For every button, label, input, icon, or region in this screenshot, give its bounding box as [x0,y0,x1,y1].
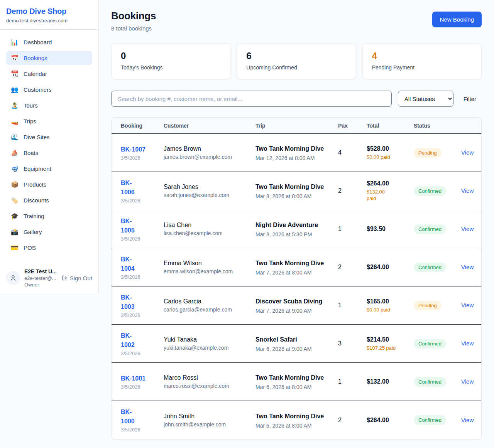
sign-out-icon [61,275,68,281]
pax-cell: 4 [338,149,367,156]
shop-name-link[interactable]: Demo Dive Shop [6,7,92,16]
customer-email: sarah.jones@example.com [164,192,251,198]
search-input[interactable] [111,91,392,107]
page-header: Bookings 8 total bookings New Booking [111,10,482,32]
nav-icon: 🎓 [11,213,19,219]
booking-date: 3/5/2026 [121,312,159,318]
booking-date: 3/5/2026 [121,274,159,280]
sidebar-item-label: Boats [24,150,38,156]
bookings-table: Booking Customer Trip Pax Total Status B… [111,117,482,440]
trip-name: Two Tank Morning Dive [255,259,333,268]
customer-name: John Smith [164,413,251,420]
stat-value: 4 [372,51,472,61]
booking-cell: BK-1007 3/5/2026 [121,145,164,161]
status-cell: Confirmed [414,263,461,272]
view-link[interactable]: View [461,226,474,232]
view-link[interactable]: View [461,302,474,308]
booking-id-link[interactable]: BK-1005 [121,217,139,235]
new-booking-button[interactable]: New Booking [432,12,482,27]
status-badge: Confirmed [414,377,446,387]
booking-date: 3/5/2026 [121,236,159,242]
total-amount: $93.50 [367,226,409,232]
trip-cell: Two Tank Morning Dive Mar 6, 2026 at 8:0… [255,412,338,429]
sidebar-item-calendar[interactable]: 📆 Calendar [6,67,92,81]
nav-icon: ⛵ [11,150,19,156]
actions-cell: View [461,340,478,347]
sidebar-item-label: Products [24,181,46,188]
trip-cell: Two Tank Morning Dive Mar 8, 2026 at 8:0… [255,182,338,199]
customer-email: lisa.chen@example.com [164,230,251,236]
booking-id-link[interactable]: BK-1007 [121,145,145,154]
sidebar-item-tours[interactable]: 🏝️ Tours [6,98,92,113]
sidebar-item-gallery[interactable]: 📸 Gallery [6,225,92,239]
sidebar-item-equipment[interactable]: 🤿 Equipment [6,162,92,176]
customer-email: james.brown@example.com [164,154,251,160]
booking-date: 3/5/2026 [121,350,159,356]
sidebar-item-pos[interactable]: 💳 POS [6,241,92,255]
sidebar-item-dashboard[interactable]: 📊 Dashboard [6,35,92,49]
view-link[interactable]: View [461,187,474,194]
sign-out-label: Sign Out [70,275,92,281]
nav-icon: 📆 [11,71,19,77]
nav-icon: 🤿 [11,166,19,172]
sidebar-item-label: Calendar [24,71,47,77]
filter-button[interactable]: Filter [460,96,482,102]
actions-cell: View [461,417,478,424]
pax-cell: 1 [338,378,367,385]
sign-out-button[interactable]: Sign Out [61,275,92,281]
sidebar-item-bookings[interactable]: 📅 Bookings [6,51,92,65]
pax-cell: 2 [338,187,367,194]
sidebar: Demo Dive Shop demo.test.divestreams.com… [0,0,99,294]
view-link[interactable]: View [461,378,474,385]
nav-icon: 💳 [11,245,19,251]
view-link[interactable]: View [461,149,474,156]
sidebar-item-dive-sites[interactable]: 🌊 Dive Sites [6,130,92,144]
sidebar-item-training[interactable]: 🎓 Training [6,209,92,223]
view-link[interactable]: View [461,340,474,347]
booking-date: 3/5/2026 [121,427,159,433]
view-link[interactable]: View [461,264,474,270]
customer-cell: Carlos Garcia carlos.garcia@example.com [164,298,255,313]
customer-cell: Lisa Chen lisa.chen@example.com [164,222,255,236]
table-row: BK-1004 3/5/2026 Emma Wilson emma.wilson… [112,248,481,286]
booking-id-link[interactable]: BK-1003 [121,293,139,312]
status-cell: Pending [414,301,461,310]
status-filter-select[interactable]: All Statuses [398,91,453,107]
stat-card-pending-payment: 4 Pending Payment [362,43,482,79]
total-amount: $528.00 [367,145,409,152]
booking-id-link[interactable]: BK-1002 [121,331,139,350]
status-badge: Confirmed [414,186,446,196]
stats-row: 0 Today's Bookings 6 Upcoming Confirmed … [111,43,482,79]
trip-name: Night Dive Adventure [255,221,333,230]
app-root: Demo Dive Shop demo.test.divestreams.com… [0,0,494,448]
sidebar-item-trips[interactable]: 🚤 Trips [6,114,92,128]
pax-cell: 1 [338,226,367,232]
paid-amount: $132.00 paid [367,189,391,202]
sidebar-item-discounts[interactable]: 🏷️ Discounts [6,193,92,207]
view-link[interactable]: View [461,417,474,423]
user-info: E2E Test U... e2e-tester@... Owner [24,268,57,288]
trip-datetime: Mar 8, 2026 at 5:30 PM [255,231,333,237]
booking-id-link[interactable]: BK-1000 [121,408,139,426]
table-body: BK-1007 3/5/2026 James Brown james.brown… [112,134,481,439]
status-badge: Confirmed [414,339,446,349]
sidebar-item-products[interactable]: 📦 Products [6,177,92,192]
trip-cell: Discover Scuba Diving Mar 7, 2026 at 9:0… [255,297,338,314]
page-header-text: Bookings 8 total bookings [111,10,156,32]
sidebar-item-customers[interactable]: 👥 Customers [6,83,92,97]
sidebar-item-boats[interactable]: ⛵ Boats [6,146,92,160]
booking-id-link[interactable]: BK-1001 [121,374,145,383]
sidebar-user-section: E2E Test U... e2e-tester@... Owner Sign … [0,262,98,294]
booking-id-link[interactable]: BK-1006 [121,179,139,197]
customer-name: James Brown [164,145,251,152]
actions-cell: View [461,187,478,194]
filter-row: All Statuses Filter [111,91,482,107]
booking-id-link[interactable]: BK-1004 [121,255,139,273]
total-cell: $264.00 $132.00 paid [367,180,414,202]
status-cell: Confirmed [414,339,461,349]
user-email: e2e-tester@... [24,275,57,281]
trip-name: Discover Scuba Diving [255,297,333,306]
nav-icon: 🚤 [11,118,19,125]
trip-datetime: Mar 8, 2026 at 8:00 AM [255,193,333,199]
customer-cell: Emma Wilson emma.wilson@example.com [164,260,255,275]
